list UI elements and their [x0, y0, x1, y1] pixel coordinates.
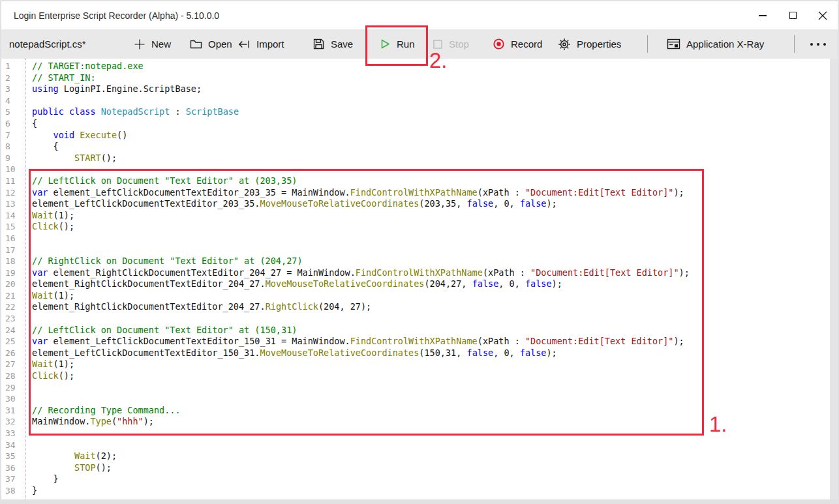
code-line[interactable]: void Execute() — [32, 130, 838, 141]
stop-button[interactable]: Stop — [433, 29, 469, 59]
vertical-scrollbar[interactable] — [830, 59, 838, 499]
import-label: Import — [256, 38, 284, 50]
open-button[interactable]: Open — [190, 29, 232, 59]
folder-icon — [190, 39, 202, 50]
code-line[interactable]: } — [32, 473, 838, 485]
code-line[interactable]: public class NotepadScript : ScriptBase — [32, 106, 838, 118]
code-line[interactable]: // Recording Type Command... — [32, 405, 838, 417]
minimize-button[interactable] — [748, 1, 778, 29]
code-line[interactable]: { — [32, 118, 838, 130]
line-number: 27 — [5, 359, 25, 370]
code-line[interactable] — [32, 233, 838, 245]
tab-notepadscript[interactable]: notepadScript.cs* — [9, 29, 86, 59]
title-bar: Login Enterprise Script Recorder (Alpha)… — [1, 1, 838, 29]
code-line[interactable] — [32, 393, 838, 405]
line-number: 37 — [5, 473, 25, 485]
line-number: 4 — [5, 95, 25, 107]
code-line[interactable] — [32, 95, 838, 107]
stop-label: Stop — [449, 38, 469, 50]
code-line[interactable] — [32, 428, 838, 439]
line-number: 22 — [5, 301, 25, 313]
line-number: 11 — [5, 175, 25, 187]
line-number: 34 — [5, 439, 25, 451]
application-xray-button[interactable]: Application X-Ray — [667, 29, 764, 59]
code-line[interactable]: } — [32, 485, 838, 497]
line-number: 25 — [5, 336, 25, 348]
run-button[interactable]: Run — [380, 29, 415, 59]
save-label: Save — [331, 38, 353, 50]
code-line[interactable]: // LeftClick on Document "Text Editor" a… — [32, 175, 838, 187]
code-line[interactable]: MainWindow.Type("hhh"); — [32, 416, 838, 428]
code-line[interactable] — [32, 382, 838, 394]
record-button[interactable]: Record — [493, 29, 542, 59]
line-number: 5 — [5, 106, 25, 118]
code-line[interactable]: Click(); — [32, 370, 838, 382]
new-button[interactable]: New — [134, 29, 171, 59]
toolbar: notepadScript.cs* New Open Import Save R — [1, 29, 838, 59]
code-line[interactable]: // LeftClick on Document "Text Editor" a… — [32, 325, 838, 336]
code-line[interactable]: START(); — [32, 153, 838, 164]
code-line[interactable]: // RightClick on Document "Text Editor" … — [32, 256, 838, 267]
line-number: 9 — [5, 153, 25, 164]
ellipsis-icon — [810, 43, 813, 46]
code-line[interactable]: var element_RightClickDocumentTextEditor… — [32, 267, 838, 279]
line-number-gutter: 1234567891011121314151617181920212223242… — [1, 59, 26, 499]
ellipsis-icon — [823, 43, 826, 46]
code-line[interactable]: Wait(2); — [32, 451, 838, 462]
save-button[interactable]: Save — [313, 29, 353, 59]
code-line[interactable]: element_LeftClickDocumentTextEditor_150_… — [32, 348, 838, 359]
line-number: 17 — [5, 245, 25, 256]
maximize-button[interactable] — [778, 1, 808, 29]
code-area[interactable]: // TARGET:notepad.exe// START_IN:using L… — [26, 59, 838, 499]
code-line[interactable]: STOP(); — [32, 462, 838, 474]
code-line[interactable]: Wait(1); — [32, 210, 838, 222]
open-label: Open — [208, 38, 232, 50]
line-number: 35 — [5, 451, 25, 462]
line-number: 23 — [5, 313, 25, 325]
code-line[interactable]: element_LeftClickDocumentTextEditor_203_… — [32, 198, 838, 210]
line-number: 29 — [5, 382, 25, 394]
code-line[interactable] — [32, 164, 838, 175]
record-circle-icon — [493, 38, 505, 50]
minimize-icon — [759, 15, 767, 16]
code-line[interactable] — [32, 439, 838, 451]
code-line[interactable]: { — [32, 141, 838, 153]
line-number: 28 — [5, 370, 25, 382]
code-line[interactable]: Wait(1); — [32, 290, 838, 302]
code-line[interactable]: // START_IN: — [32, 72, 838, 84]
line-number: 16 — [5, 233, 25, 245]
line-number: 36 — [5, 462, 25, 474]
code-line[interactable]: Wait(1); — [32, 359, 838, 370]
line-number: 26 — [5, 348, 25, 359]
line-number: 18 — [5, 256, 25, 267]
tab-label: notepadScript.cs* — [9, 38, 86, 50]
line-number: 19 — [5, 267, 25, 279]
line-number: 32 — [5, 416, 25, 428]
code-line[interactable]: Click(); — [32, 221, 838, 233]
window-controls — [748, 1, 838, 29]
code-line[interactable]: var element_LeftClickDocumentTextEditor_… — [32, 187, 838, 199]
code-line[interactable]: // TARGET:notepad.exe — [32, 61, 838, 72]
screenshot-canvas: Login Enterprise Script Recorder (Alpha)… — [0, 0, 839, 504]
ellipsis-icon — [817, 43, 819, 46]
code-editor[interactable]: 1234567891011121314151617181920212223242… — [1, 59, 838, 499]
overflow-menu-button[interactable] — [810, 29, 826, 59]
close-button[interactable] — [808, 1, 838, 29]
code-line[interactable] — [32, 245, 838, 256]
line-number: 24 — [5, 325, 25, 336]
line-number: 6 — [5, 118, 25, 130]
code-line[interactable]: element_RightClickDocumentTextEditor_204… — [32, 278, 838, 290]
line-number: 1 — [5, 61, 25, 72]
application-xray-label: Application X-Ray — [686, 38, 764, 50]
record-label: Record — [511, 38, 542, 50]
line-number: 31 — [5, 405, 25, 417]
import-button[interactable]: Import — [237, 29, 284, 59]
code-line[interactable] — [32, 313, 838, 325]
line-number: 30 — [5, 393, 25, 405]
line-number: 12 — [5, 187, 25, 199]
code-line[interactable]: var element_LeftClickDocumentTextEditor_… — [32, 336, 838, 348]
properties-button[interactable]: Properties — [558, 29, 621, 59]
gear-icon — [558, 38, 571, 51]
code-line[interactable]: element_RightClickDocumentTextEditor_204… — [32, 301, 838, 313]
code-line[interactable]: using LoginPI.Engine.ScriptBase; — [32, 83, 838, 95]
